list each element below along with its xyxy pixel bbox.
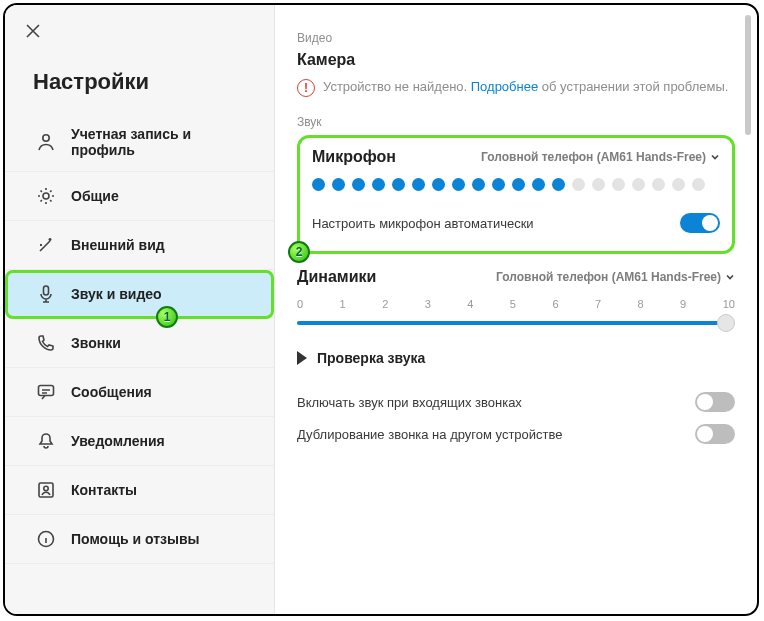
sidebar-item-label: Контакты <box>71 482 137 498</box>
info-icon <box>35 528 57 550</box>
level-dot <box>672 178 685 191</box>
level-dot <box>652 178 665 191</box>
svg-point-0 <box>43 135 49 141</box>
camera-error-text: Устройство не найдено. <box>323 79 471 94</box>
sidebar-item-label: Внешний вид <box>71 237 165 253</box>
tick-label: 7 <box>595 298 601 310</box>
tick-label: 8 <box>638 298 644 310</box>
tick-label: 5 <box>510 298 516 310</box>
level-dot <box>472 178 485 191</box>
sidebar-item-label: Помощь и отзывы <box>71 531 200 547</box>
callout-badge-2: 2 <box>288 241 310 263</box>
sidebar-item-label: Учетная запись и профиль <box>71 126 256 158</box>
microphone-level-meter <box>312 178 720 191</box>
ring-duplicate-label: Дублирование звонка на другом устройстве <box>297 427 563 442</box>
test-audio-button[interactable]: Проверка звука <box>297 350 735 366</box>
microphone-device-select[interactable]: Головной телефон (AM61 Hands-Free) <box>481 150 720 164</box>
sidebar-item-label: Звонки <box>71 335 121 351</box>
slider-thumb[interactable] <box>717 314 735 332</box>
level-dot <box>572 178 585 191</box>
chat-icon <box>35 381 57 403</box>
level-dot <box>412 178 425 191</box>
sidebar-item-calls[interactable]: Звонки <box>5 319 274 368</box>
svg-rect-2 <box>44 286 49 295</box>
chevron-down-icon <box>710 152 720 162</box>
level-dot <box>332 178 345 191</box>
sidebar-item-label: Уведомления <box>71 433 165 449</box>
microphone-device-label: Головной телефон (AM61 Hands-Free) <box>481 150 706 164</box>
main-panel: Видео Камера ! Устройство не найдено. По… <box>275 5 757 614</box>
wand-icon <box>35 234 57 256</box>
sidebar-item-contacts[interactable]: Контакты <box>5 466 274 515</box>
volume-slider-wrap: 012345678910 <box>297 298 735 332</box>
sidebar-item-messages[interactable]: Сообщения <box>5 368 274 417</box>
ring-incoming-toggle[interactable] <box>695 392 735 412</box>
settings-title: Настройки <box>33 69 274 95</box>
ring-duplicate-toggle[interactable] <box>695 424 735 444</box>
tick-label: 0 <box>297 298 303 310</box>
level-dot <box>452 178 465 191</box>
sidebar-item-label: Сообщения <box>71 384 152 400</box>
auto-mic-label: Настроить микрофон автоматически <box>312 216 534 231</box>
test-audio-label: Проверка звука <box>317 350 425 366</box>
sidebar-item-notifications[interactable]: Уведомления <box>5 417 274 466</box>
tick-label: 3 <box>425 298 431 310</box>
user-icon <box>35 131 57 153</box>
sound-section-label: Звук <box>297 115 735 129</box>
level-dot <box>612 178 625 191</box>
level-dot <box>352 178 365 191</box>
sidebar-item-label: Звук и видео <box>71 286 162 302</box>
close-icon[interactable] <box>25 23 53 51</box>
speakers-title: Динамики <box>297 268 376 286</box>
tick-label: 1 <box>340 298 346 310</box>
ring-incoming-label: Включать звук при входящих звонках <box>297 395 522 410</box>
sidebar-item-help[interactable]: Помощь и отзывы <box>5 515 274 564</box>
tick-label: 9 <box>680 298 686 310</box>
bell-icon <box>35 430 57 452</box>
level-dot <box>312 178 325 191</box>
camera-title: Камера <box>297 51 735 69</box>
speakers-device-select[interactable]: Головной телефон (AM61 Hands-Free) <box>496 270 735 284</box>
phone-icon <box>35 332 57 354</box>
chevron-down-icon <box>725 272 735 282</box>
tick-label: 2 <box>382 298 388 310</box>
sidebar-item-audio-video[interactable]: Звук и видео 1 <box>5 270 274 319</box>
sidebar-item-general[interactable]: Общие <box>5 172 274 221</box>
auto-mic-toggle[interactable] <box>680 213 720 233</box>
tick-label: 6 <box>552 298 558 310</box>
svg-point-5 <box>44 486 48 490</box>
microphone-icon <box>35 283 57 305</box>
level-dot <box>592 178 605 191</box>
level-dot <box>512 178 525 191</box>
scrollbar-thumb[interactable] <box>745 15 751 135</box>
tick-label: 10 <box>723 298 735 310</box>
camera-error: ! Устройство не найдено. Подробнее об ус… <box>297 77 735 97</box>
video-section-label: Видео <box>297 31 735 45</box>
level-dot <box>372 178 385 191</box>
speakers-device-label: Головной телефон (AM61 Hands-Free) <box>496 270 721 284</box>
volume-slider[interactable] <box>297 314 735 332</box>
level-dot <box>432 178 445 191</box>
svg-point-1 <box>43 193 49 199</box>
camera-learn-more-link[interactable]: Подробнее <box>471 79 538 94</box>
sidebar-item-appearance[interactable]: Внешний вид <box>5 221 274 270</box>
contacts-icon <box>35 479 57 501</box>
microphone-title: Микрофон <box>312 148 396 166</box>
level-dot <box>552 178 565 191</box>
slider-ticks: 012345678910 <box>297 298 735 310</box>
level-dot <box>492 178 505 191</box>
tick-label: 4 <box>467 298 473 310</box>
sidebar-item-account[interactable]: Учетная запись и профиль <box>5 113 274 172</box>
level-dot <box>392 178 405 191</box>
microphone-panel: 2 Микрофон Головной телефон (AM61 Hands-… <box>297 135 735 254</box>
level-dot <box>532 178 545 191</box>
camera-error-text-2: об устранении этой проблемы. <box>538 79 728 94</box>
sidebar: Настройки Учетная запись и профиль Общие… <box>5 5 275 614</box>
sidebar-item-label: Общие <box>71 188 119 204</box>
level-dot <box>692 178 705 191</box>
error-icon: ! <box>297 79 315 97</box>
level-dot <box>632 178 645 191</box>
play-icon <box>297 351 307 365</box>
gear-icon <box>35 185 57 207</box>
